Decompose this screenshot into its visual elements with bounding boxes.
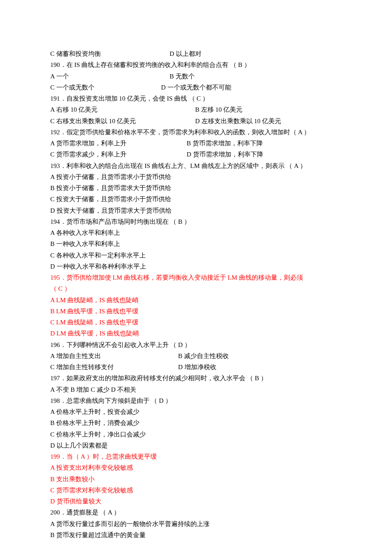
text-segment: A 货币发行量过多而引起的一般物价水平普遍持续的上涨 [50,520,210,527]
text-line: D 一种收入水平和各种利率水平上 [50,261,343,272]
text-segment: D LM 曲线平缓，IS 曲线也陡峭 [50,330,139,337]
text-segment: B LM 曲线平缓，IS 曲线也平缓 [50,308,138,315]
text-line: C 货币需求减少，利率上升D 货币需求增加，利率下降 [50,149,343,160]
text-line: 199．当（ A ）时，总需求曲线更平缓 [50,451,343,462]
text-segment: B 一种收入水平和利率上 [50,240,120,247]
text-line: B 货币发行量超过流通中的黄金量 [50,529,343,541]
text-line: 194．货币市场和产品市场同时均衡出现在 （ B ） [50,216,343,227]
text-line: A 不变 B 增加 C 减少 D 不相关 [50,384,343,395]
text-line: B 一种收入水平和利率上 [50,238,343,249]
text-segment: 197．如果政府支出的增加和政府转移支付的减少相同时，收入水平会 （ B ） [50,375,267,382]
text-segment: B 投资小于储蓄，且货币需求大于货币供给 [50,185,171,191]
text-segment: 195．货币供给增加使 LM 曲线右移，若要均衡收入变动接近于 LM 曲线的移动… [50,274,303,281]
text-segment: 199．当（ A ）时，总需求曲线更平缓 [50,453,157,460]
text-segment: B 支出乘数较小 [50,476,95,483]
text-segment: C 储蓄和投资均衡 [50,48,170,59]
text-segment: D 以上几个因素都是 [50,442,108,449]
text-line: B 支出乘数较小 [50,474,343,485]
text-segment: D 左移支出乘数乘以 10 亿美元 [195,118,281,124]
text-line: 195．货币供给增加使 LM 曲线右移，若要均衡收入变动接近于 LM 曲线的移动… [50,272,343,283]
text-segment: A LM 曲线陡峭，IS 曲线也陡峭 [50,297,138,304]
text-segment: 200．通货膨胀是 （ A ） [50,509,120,516]
text-segment: C 投资大于储蓄，且货币需求小于货币供给 [50,196,171,202]
text-line: A 各种收入水平和利率上 [50,227,343,238]
text-line: B 价格水平上升时，消费会减少 [50,417,343,428]
text-line: D 货币供给量较大 [50,496,343,507]
text-line: （ C ） [50,283,343,294]
text-segment: C LM 曲线陡峭，IS 曲线也平缓 [50,319,138,326]
text-segment: 194．货币市场和产品市场同时均衡出现在 （ B ） [50,218,190,225]
text-segment: C 货币需求对利率变化较敏感 [50,487,133,494]
text-segment: B 货币需求增加，利率下降 [187,140,263,147]
text-line: 198．总需求曲线向下方倾斜是由于 （ D ） [50,395,343,406]
text-line: 193．利率和收入的组合点出现在 IS 曲线右上方、LM 曲线左上方的区域中，则… [50,160,343,171]
text-line: B LM 曲线平缓，IS 曲线也平缓 [50,306,343,317]
text-line: 200．通货膨胀是 （ A ） [50,507,343,518]
text-segment: A 各种收入水平和利率上 [50,229,120,236]
text-segment: B 价格水平上升时，消费会减少 [50,419,139,426]
text-line: A LM 曲线陡峭，IS 曲线也陡峭 [50,295,343,306]
text-line: D 以上几个因素都是 [50,440,343,451]
text-line: C 投资大于储蓄，且货币需求小于货币供给 [50,194,343,205]
text-line: A 一个B 无数个 [50,71,343,82]
text-line: 197．如果政府支出的增加和政府转移支付的减少相同时，收入水平会 （ B ） [50,373,343,384]
text-segment: B 无数个 [170,73,195,80]
text-segment: 196．下列哪种情况不会引起收入水平上升 （ D ） [50,341,191,348]
text-line: A 投资小于储蓄，且货币需求小于货币供给 [50,171,343,182]
text-line: C 增加自主性转移支付D 增加净税收 [50,361,343,373]
text-segment: D 货币供给量较大 [50,498,101,505]
text-segment: 191．自发投资支出增加 10 亿美元，会使 IS 曲线 （ C ） [50,95,209,102]
text-segment: A 投资小于储蓄，且货币需求小于货币供给 [50,173,171,180]
text-segment: 192．假定货币供给量和价格水平不变，货币需求为利率和收入的函数，则收入增加时（… [50,129,310,136]
text-line: A 增加自主性支出B 减少自主性税收 [50,350,343,361]
text-line: 191．自发投资支出增加 10 亿美元，会使 IS 曲线 （ C ） [50,93,343,104]
text-segment: A 不变 B 增加 C 减少 D 不相关 [50,386,136,393]
text-segment: 190．在 IS 曲线上存在储蓄和投资均衡的收入和利率的组合点有 （ B ） [50,61,251,68]
text-segment: A 一个 [50,71,170,82]
text-segment: A 价格水平上升时，投资会减少 [50,408,139,415]
text-segment: A 增加自主性支出 [50,350,178,361]
text-segment: D 一个或无数个都不可能 [161,84,231,91]
text-segment: （ C ） [50,285,71,292]
text-line: A 价格水平上升时，投资会减少 [50,406,343,417]
text-line: A 货币发行量过多而引起的一般物价水平普遍持续的上涨 [50,518,343,529]
text-segment: C 增加自主性转移支付 [50,361,178,373]
text-segment: 193．利率和收入的组合点出现在 IS 曲线右上方、LM 曲线左上方的区域中，则… [50,162,306,169]
text-line: A 投资支出对利率变化较敏感 [50,462,343,473]
text-segment: C 价格水平上升时，净出口会减少 [50,431,146,438]
text-segment: C 货币需求减少，利率上升 [50,149,187,160]
text-line: C 一个或无数个D 一个或无数个都不可能 [50,82,343,93]
text-line: C 储蓄和投资均衡D 以上都对 [50,48,343,59]
text-segment: C 一个或无数个 [50,82,161,93]
text-line: 192．假定货币供给量和价格水平不变，货币需求为利率和收入的函数，则收入增加时（… [50,127,343,138]
text-segment: D 投资大于储蓄，且货币需求大于货币供给 [50,207,172,214]
text-line: C 价格水平上升时，净出口会减少 [50,429,343,440]
text-line: C 各种收入水平和一定利率水平上 [50,250,343,261]
text-segment: D 增加净税收 [178,364,216,370]
text-segment: C 各种收入水平和一定利率水平上 [50,252,146,259]
text-line: A 货币需求增加，利率上升B 货币需求增加，利率下降 [50,138,343,149]
text-segment: A 右移 10 亿美元 [50,104,195,115]
text-line: D 投资大于储蓄，且货币需求大于货币供给 [50,205,343,216]
text-line: 190．在 IS 曲线上存在储蓄和投资均衡的收入和利率的组合点有 （ B ） [50,59,343,70]
document-page: C 储蓄和投资均衡D 以上都对190．在 IS 曲线上存在储蓄和投资均衡的收入和… [0,0,392,555]
text-segment: D 以上都对 [170,50,202,57]
text-segment: D 一种收入水平和各种利率水平上 [50,263,146,270]
text-segment: B 左移 10 亿美元 [195,106,242,113]
text-line: C 右移支出乘数乘以 10 亿美元D 左移支出乘数乘以 10 亿美元 [50,116,343,127]
text-segment: D 货币需求增加，利率下降 [187,151,263,158]
text-segment: C 右移支出乘数乘以 10 亿美元 [50,116,195,127]
text-line: 196．下列哪种情况不会引起收入水平上升 （ D ） [50,339,343,350]
text-segment: B 减少自主性税收 [178,353,229,359]
text-segment: B 货币发行量超过流通中的黄金量 [50,532,146,538]
text-line: B 投资小于储蓄，且货币需求大于货币供给 [50,182,343,194]
text-line: A 右移 10 亿美元B 左移 10 亿美元 [50,104,343,115]
text-line: D LM 曲线平缓，IS 曲线也陡峭 [50,328,343,339]
text-line: C LM 曲线陡峭，IS 曲线也平缓 [50,317,343,328]
text-line: C 货币需求对利率变化较敏感 [50,485,343,496]
text-segment: 198．总需求曲线向下方倾斜是由于 （ D ） [50,397,172,404]
text-segment: A 投资支出对利率变化较敏感 [50,464,133,471]
text-segment: A 货币需求增加，利率上升 [50,138,187,149]
